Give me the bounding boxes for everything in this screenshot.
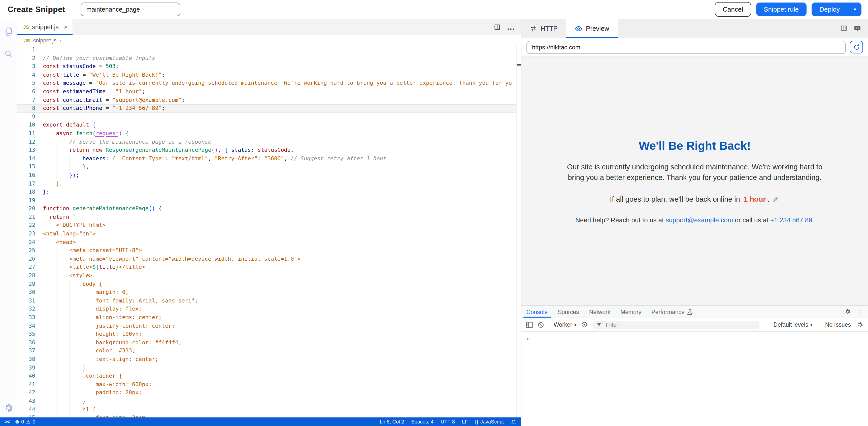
- code-line-10[interactable]: 10export default {: [17, 121, 517, 130]
- docs-book-icon[interactable]: [840, 25, 848, 32]
- preview-url-input[interactable]: [526, 40, 846, 54]
- code-line-16[interactable]: 16 });: [17, 171, 517, 180]
- status-item[interactable]: Spaces: 4: [411, 419, 434, 425]
- tab-preview[interactable]: Preview: [566, 19, 618, 38]
- phone-link[interactable]: +1 234 567 89: [770, 216, 812, 224]
- code-line-36[interactable]: 36 background-color: #f4f4f4;: [17, 339, 517, 347]
- code-line-38[interactable]: 38 text-align: center;: [17, 356, 517, 364]
- status-item[interactable]: Ln 8, Col 2: [380, 419, 404, 425]
- code-line-24[interactable]: 24 <head>: [17, 238, 517, 247]
- code-line-37[interactable]: 37 color: #333;: [17, 347, 517, 356]
- indent-guide: [56, 405, 56, 414]
- code-line-1[interactable]: 1: [17, 46, 517, 54]
- devtools-kebab-icon[interactable]: ⋮: [857, 308, 863, 315]
- help-prefix: Need help? Reach out to us at: [575, 216, 665, 224]
- code-line-43[interactable]: 43 }: [17, 397, 517, 405]
- indent-guide: [82, 347, 83, 356]
- cancel-button[interactable]: Cancel: [715, 2, 751, 17]
- console-tab-network[interactable]: Network: [584, 306, 615, 318]
- code-line-32[interactable]: 32 display: flex;: [17, 305, 517, 314]
- code-line-22[interactable]: 22 <!DOCTYPE html>: [17, 222, 517, 230]
- code-line-35[interactable]: 35 height: 100vh;: [17, 330, 517, 339]
- code-line-18[interactable]: 18};: [17, 188, 517, 196]
- code-line-26[interactable]: 26 <meta name="viewport" content="width=…: [17, 255, 517, 263]
- code-line-13[interactable]: 13 return new Response(generateMaintenan…: [17, 146, 517, 154]
- code-line-33[interactable]: 33 align-items: center;: [17, 314, 517, 322]
- console-settings-gear-icon[interactable]: [857, 321, 864, 328]
- email-link[interactable]: support@example.com: [666, 216, 733, 224]
- code-line-4[interactable]: 4const title = "We'll Be Right Back!";: [17, 71, 517, 79]
- code-line-30[interactable]: 30 margin: 0;: [17, 288, 517, 297]
- code-line-25[interactable]: 25 <meta charset="UTF-8">: [17, 247, 517, 255]
- code-line-15[interactable]: 15 },: [17, 163, 517, 171]
- code-line-45[interactable]: 45 font-size: 2rem;: [17, 414, 517, 418]
- tab-http[interactable]: HTTP: [521, 19, 566, 38]
- code-line-7[interactable]: 7const contactEmail = "support@example.c…: [17, 96, 517, 104]
- breadcrumb[interactable]: JS snippet.js › …: [17, 35, 521, 46]
- code-line-2[interactable]: 2// Define your customizable inputs: [17, 54, 517, 62]
- code-line-12[interactable]: 12 // Serve the maintenance page as a re…: [17, 138, 517, 146]
- code-line-44[interactable]: 44 h1 {: [17, 405, 517, 414]
- code-line-31[interactable]: 31 font-family: Arial, sans-serif;: [17, 297, 517, 305]
- tab-close-icon[interactable]: ×: [64, 23, 67, 31]
- code-line-21[interactable]: 21 return `: [17, 213, 517, 222]
- snippet-name-input[interactable]: [81, 2, 181, 16]
- code-line-3[interactable]: 3const statusCode = 503;: [17, 62, 517, 71]
- code-line-6[interactable]: 6const estimatedTime = "1 hour";: [17, 88, 517, 96]
- settings-gear-icon[interactable]: [3, 402, 14, 414]
- more-actions-icon[interactable]: …: [507, 23, 515, 31]
- issues-counter[interactable]: No Issues: [825, 322, 851, 328]
- split-editor-icon[interactable]: [494, 24, 501, 30]
- log-levels-selector[interactable]: Default levels ▾: [774, 322, 813, 328]
- context-selector[interactable]: Worker ▾: [554, 322, 577, 328]
- line-number: 6: [17, 88, 43, 96]
- status-item[interactable]: LF: [462, 419, 468, 425]
- live-expression-eye-icon[interactable]: [581, 321, 588, 328]
- code-line-29[interactable]: 29 body {: [17, 280, 517, 288]
- refresh-button[interactable]: [850, 41, 863, 53]
- code-line-42[interactable]: 42 padding: 20px;: [17, 389, 517, 397]
- filter-input[interactable]: [605, 321, 756, 328]
- code-line-11[interactable]: 11 async fetch(request) {: [17, 130, 517, 138]
- code-line-40[interactable]: 40 .container {: [17, 372, 517, 380]
- breadcrumb-more[interactable]: …: [64, 37, 70, 44]
- code-line-17[interactable]: 17 },: [17, 180, 517, 188]
- code-line-23[interactable]: 23<html lang="en">: [17, 230, 517, 238]
- notifications-bell-icon[interactable]: [511, 419, 516, 425]
- discord-chat-icon[interactable]: [854, 25, 862, 32]
- status-item[interactable]: UTF-8: [440, 419, 455, 425]
- code-line-27[interactable]: 27 <title>${title}</title>: [17, 263, 517, 272]
- snippet-rule-button[interactable]: Snippet rule: [756, 2, 806, 16]
- problems-indicator[interactable]: ⊗ 0 ⚠ 0: [15, 419, 35, 425]
- code-line-28[interactable]: 28 <style>: [17, 272, 517, 280]
- deploy-caret-icon[interactable]: ▾: [848, 6, 862, 12]
- console-tab-memory[interactable]: Memory: [615, 306, 646, 318]
- code-line-41[interactable]: 41 max-width: 600px;: [17, 380, 517, 389]
- help-middle: or call us at: [733, 216, 770, 224]
- code-line-14[interactable]: 14 headers: { "Content-Type": "text/html…: [17, 154, 517, 163]
- language-indicator[interactable]: {} JavaScript: [475, 419, 504, 425]
- console-sidebar-toggle-icon[interactable]: [526, 321, 533, 328]
- console-tab-performance[interactable]: Performance: [646, 306, 697, 318]
- files-icon[interactable]: [3, 26, 14, 37]
- code-lines[interactable]: 12// Define your customizable inputs3con…: [17, 46, 517, 418]
- console-tab-console[interactable]: Console: [521, 306, 553, 318]
- tab-snippet-js[interactable]: JS snippet.js ×: [17, 19, 73, 35]
- deploy-button[interactable]: Deploy: [811, 5, 848, 13]
- search-icon[interactable]: [3, 48, 14, 59]
- console-prompt[interactable]: ›: [521, 332, 868, 346]
- console-tab-sources[interactable]: Sources: [553, 306, 584, 318]
- console-filter[interactable]: [593, 320, 760, 329]
- code-line-9[interactable]: 9: [17, 113, 517, 121]
- code-line-39[interactable]: 39 }: [17, 364, 517, 372]
- editor-scrollbar[interactable]: [516, 46, 521, 418]
- remote-indicator-icon[interactable]: ><: [4, 419, 9, 425]
- devtools-settings-gear-icon[interactable]: [844, 309, 851, 315]
- breadcrumb-file[interactable]: snippet.js: [33, 37, 56, 44]
- code-line-5[interactable]: 5const message = "Our site is currently …: [17, 79, 517, 88]
- clear-console-icon[interactable]: [537, 321, 544, 328]
- code-line-8[interactable]: 8const contactPhone = "+1 234 567 89";: [17, 104, 517, 113]
- code-line-19[interactable]: 19: [17, 196, 517, 205]
- code-line-34[interactable]: 34 justify-content: center;: [17, 322, 517, 330]
- code-line-20[interactable]: 20function generateMaintenancePage() {: [17, 205, 517, 213]
